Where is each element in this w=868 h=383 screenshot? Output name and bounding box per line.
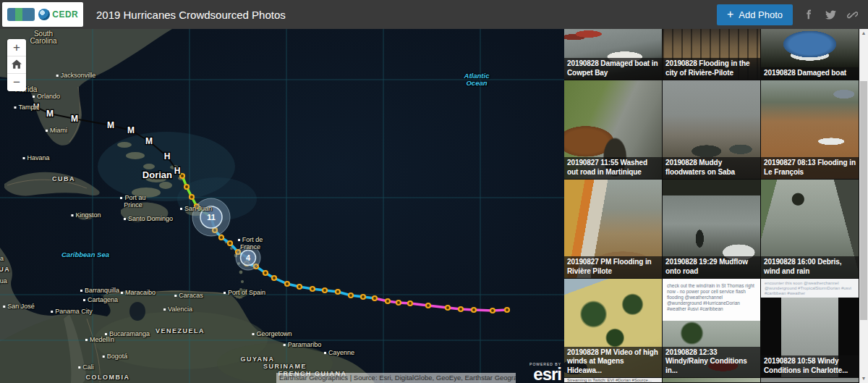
landmass-group (0, 29, 375, 383)
map-zoom-controls: + − (7, 39, 26, 91)
photo-tile[interactable] (761, 378, 859, 382)
crowdsource-photos-app: CEDR 2019 Hurricanes Crowdsourced Photos… (0, 0, 868, 383)
photo-tile[interactable]: 20190828 Damaged boat (761, 29, 859, 80)
photo-tile[interactable]: 20190828 Muddy floodwaters on Saba (663, 80, 760, 179)
map-canvas[interactable]: 11 4 H M M M M M H H (0, 29, 564, 383)
scroll-down-icon[interactable]: ▼ (859, 374, 868, 383)
photo-tile[interactable]: 20190827 11:55 Washed out road in Martin… (564, 80, 662, 179)
photo-grid: 20190828 Damaged boat in Cowpet Bay 2019… (564, 29, 859, 383)
storm-name-label: Dorian (142, 169, 172, 180)
powered-by-label: POWERED BY (529, 362, 561, 366)
app-header: CEDR 2019 Hurricanes Crowdsourced Photos… (0, 0, 868, 29)
photo-caption: 20190828 Flooding in the city of Rivière… (663, 58, 760, 80)
photo-tile[interactable]: 20190827 PM Flooding in Rivière Pilote (564, 180, 662, 278)
home-icon (12, 59, 22, 69)
hurricane-track: 11 4 H M M M M M H H (33, 102, 509, 313)
svg-text:M: M (107, 120, 114, 130)
zoom-out-button[interactable]: − (7, 74, 26, 91)
svg-text:M: M (71, 114, 78, 124)
scroll-up-icon[interactable]: ▲ (859, 29, 868, 38)
cedr-swirl-icon (38, 9, 50, 20)
photo-caption: 20190828 PM Video of high winds at Magen… (564, 347, 662, 378)
svg-text:M: M (145, 136, 153, 146)
map-attribution: Earthstar Geographics | Source: Esri, Di… (276, 373, 516, 383)
tweet-text: encounter this soon @weatherchannel @wun… (761, 279, 859, 298)
photo-caption: 20190828 Damaged boat (761, 67, 859, 80)
svg-text:4: 4 (246, 253, 251, 262)
plus-icon: + (727, 10, 733, 19)
photo-caption: 20190827 08:13 Flooding in Le François (761, 157, 859, 179)
header-actions: + Add Photo (717, 4, 868, 25)
photo-tile[interactable]: 20190828 Flooding in the city of Rivière… (663, 29, 760, 80)
photo-cluster-11[interactable]: 11 (192, 198, 230, 236)
photo-caption: 20190827 11:55 Washed out road in Martin… (564, 157, 662, 179)
add-photo-label: Add Photo (739, 9, 783, 20)
home-button[interactable] (7, 56, 26, 74)
photo-caption: 20190828 10:58 Windy Conditions in Charl… (761, 355, 859, 377)
photo-tile[interactable]: 20190828 PM Video of high winds at Magen… (564, 279, 662, 377)
basemap-graphic: 11 4 H M M M M M H H (0, 29, 564, 383)
facebook-icon[interactable] (803, 9, 814, 20)
photo-tile[interactable]: encounter this soon @weatherchannel @wun… (761, 279, 859, 377)
cedr-logo: CEDR (38, 9, 78, 20)
photo-caption: 20190828 Damaged boat in Cowpet Bay (564, 58, 662, 80)
svg-text:11: 11 (207, 213, 216, 222)
svg-text:H: H (164, 151, 171, 161)
photo-tile[interactable] (663, 378, 760, 382)
photo-caption: 20190827 PM Flooding in Rivière Pilote (564, 256, 662, 278)
add-photo-button[interactable]: + Add Photo (717, 4, 793, 25)
esri-logo: POWERED BY esri (529, 362, 561, 382)
photo-panel: 20190828 Damaged boat in Cowpet Bay 2019… (564, 29, 868, 383)
scrollbar[interactable]: ▲ ▼ (859, 29, 868, 383)
tweet-text: check out the wind/rain in St Thomas rig… (663, 279, 760, 321)
photo-tile[interactable]: 20190828 19:29 Mudflow onto road (663, 180, 760, 278)
svg-text:M: M (127, 125, 135, 135)
photo-tile[interactable]: 20190828 16:00 Debris, wind and rain (761, 180, 859, 278)
svg-text:M: M (46, 109, 54, 119)
photo-caption: Streaming in Twitch: EVI #Dorian #Source… (567, 378, 652, 382)
disasters-logo (7, 8, 35, 21)
photo-cluster-4[interactable]: 4 (236, 245, 260, 270)
photo-caption: 20190828 16:00 Debris, wind and rain (761, 256, 859, 278)
org-logos: CEDR (2, 2, 83, 27)
scrollbar-thumb[interactable] (860, 81, 867, 320)
share-link-icon[interactable] (846, 9, 858, 20)
photo-caption: 20190828 19:29 Mudflow onto road (663, 256, 760, 278)
photo-tile[interactable]: 20190828 Damaged boat in Cowpet Bay (564, 29, 662, 80)
photo-tile[interactable]: check out the wind/rain in St Thomas rig… (663, 279, 760, 377)
svg-text:H: H (33, 102, 40, 112)
photo-caption: 20190828 Muddy floodwaters on Saba (663, 157, 760, 179)
page-title: 2019 Hurricanes Crowdsourced Photos (96, 9, 286, 21)
svg-text:H: H (174, 166, 181, 176)
photo-tile[interactable]: 20190827 08:13 Flooding in Le François (761, 80, 859, 179)
esri-wordmark: esri (529, 366, 561, 382)
zoom-in-button[interactable]: + (7, 39, 26, 56)
twitter-icon[interactable] (825, 9, 836, 20)
photo-caption: 20190828 12:33 Windy/Rainy Conditions in… (663, 347, 760, 378)
photo-tile[interactable]: Streaming in Twitch: EVI #Dorian #Source… (564, 378, 662, 382)
